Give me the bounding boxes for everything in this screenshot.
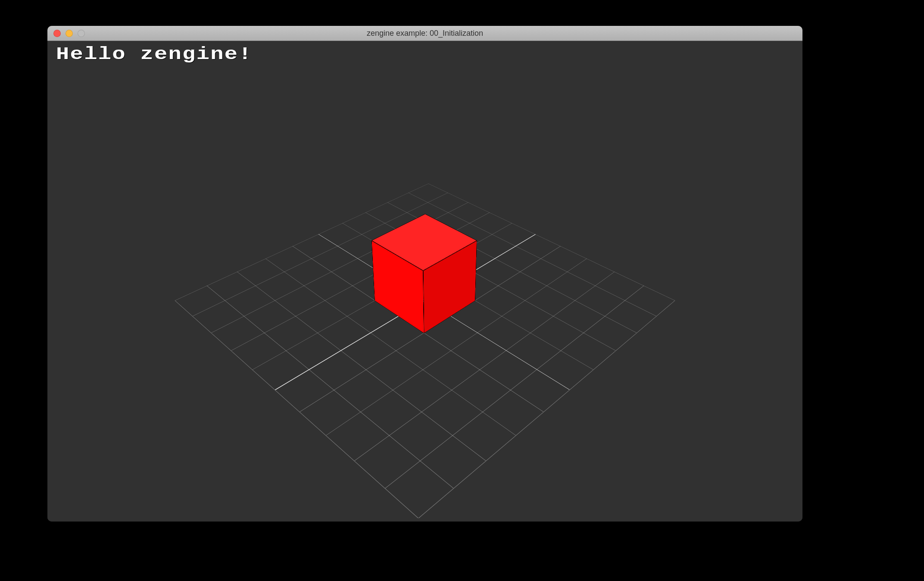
scene-container [47, 41, 802, 522]
red-cube [373, 244, 476, 303]
window-title: zengine example: 00_Initialization [367, 29, 483, 38]
app-window: zengine example: 00_Initialization Hello… [47, 26, 802, 522]
titlebar[interactable]: zengine example: 00_Initialization [47, 26, 802, 41]
viewport-3d[interactable]: Hello zengine! [47, 41, 802, 522]
maximize-icon[interactable] [78, 30, 85, 37]
minimize-icon[interactable] [66, 30, 73, 37]
window-controls [53, 30, 85, 37]
close-icon[interactable] [53, 30, 61, 37]
